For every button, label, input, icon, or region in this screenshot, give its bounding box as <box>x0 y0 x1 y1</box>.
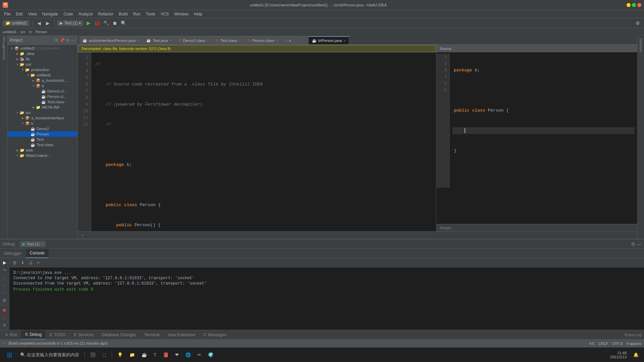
tree-item-meta-inf[interactable]: ▶ 📁 META-INF <box>7 105 77 110</box>
forward-button[interactable]: ▶ <box>44 19 51 27</box>
taskbar-idea[interactable]: 💡 <box>115 351 125 359</box>
taskbar-taskview[interactable]: ⬚ <box>100 351 109 359</box>
taskbar-java[interactable]: ☕ <box>139 351 150 359</box>
menu-vcs[interactable]: VCS <box>158 11 172 17</box>
step-over-icon[interactable]: ↷ <box>1 267 8 273</box>
back-button[interactable]: ◀ <box>35 19 43 27</box>
tree-item-test-class-src[interactable]: ☕ Test.class <box>7 142 77 147</box>
encoding[interactable]: UTF-8 <box>612 342 623 346</box>
mute-breakpoints-icon[interactable]: ○ <box>1 314 8 321</box>
search-everywhere-button[interactable]: 🔍 <box>120 19 127 27</box>
tab-close-test-java[interactable]: × <box>170 39 172 42</box>
console-output[interactable]: D:\java\bin\java.exe ... Connected to th… <box>9 267 644 330</box>
tree-item-root[interactable]: ▼ 📦 untitled1 D:\Users\we'er\... <box>7 46 77 51</box>
taskbar-draw[interactable]: ✏ <box>195 351 204 359</box>
tree-item-person-class[interactable]: ☕ Person.cl... <box>7 94 77 99</box>
tree-item-a-func-src[interactable]: ▶ 📦 a_functionInterface <box>7 115 77 121</box>
menu-window[interactable]: Window <box>171 11 191 17</box>
event-log-btn[interactable]: Event Log <box>622 333 644 337</box>
tree-item-out[interactable]: ▼ 📂 out <box>7 62 77 67</box>
taskbar-explorer[interactable]: 📁 <box>127 351 138 359</box>
menu-build[interactable]: Build <box>116 11 130 17</box>
tab-close-b-person-java[interactable]: × <box>343 39 345 43</box>
debugger-tab-btn[interactable]: Debugger <box>0 249 26 258</box>
right-code-content[interactable]: package b; public class Person { } <box>450 54 637 188</box>
tree-item-src[interactable]: ▼ 📂 src <box>7 110 77 115</box>
tab-demo2-class[interactable]: © Demo2.class × <box>175 36 212 44</box>
debug-session-tab[interactable]: ▶ Test (1) × <box>20 241 46 247</box>
taskbar-app2[interactable]: 📕 <box>160 351 171 359</box>
tree-item-a-func[interactable]: ▶ 📦 a_functionInt... <box>7 78 77 83</box>
tree-item-web[interactable]: ▶ 📁 web <box>7 147 77 153</box>
expand-all-icon[interactable]: ⊞ <box>66 38 69 43</box>
tab-close-test-class[interactable]: × <box>239 39 241 42</box>
debug-tab[interactable]: 5: Debug <box>21 330 46 340</box>
tree-item-test-class-out[interactable]: ☕ Test.class <box>7 99 77 105</box>
menu-code[interactable]: Code <box>61 11 76 17</box>
pin-icon[interactable]: 📌 <box>60 38 65 43</box>
run-button[interactable]: ▶ <box>85 19 92 27</box>
debug-settings-icon[interactable]: ⚙ <box>631 241 635 247</box>
breadcrumb-src[interactable]: src <box>20 30 25 34</box>
step-out-icon[interactable]: ↑ <box>1 282 8 288</box>
tree-item-lib[interactable]: ▶ 📚 lib <box>7 56 77 62</box>
tree-item-test-src[interactable]: ☕ Test <box>7 137 77 142</box>
tree-item-b-src[interactable]: ▼ 📦 b <box>7 121 77 126</box>
step-into-icon[interactable]: ↓ <box>1 275 8 281</box>
menu-run[interactable]: Run <box>130 11 143 17</box>
breadcrumb-person[interactable]: Person <box>35 30 47 34</box>
close-debug-icon[interactable]: ✕ <box>1 322 8 328</box>
stop-button[interactable]: ⏹ <box>111 19 118 27</box>
menu-help[interactable]: Help <box>191 11 205 17</box>
tree-item-demo2-class[interactable]: ☕ Demo2.cl... <box>7 88 77 94</box>
scroll-to-end-icon[interactable]: ⬇ <box>19 259 26 266</box>
resume-icon[interactable]: ▶ <box>1 259 8 266</box>
build-button[interactable]: 🔨 <box>102 19 110 27</box>
taskbar-search[interactable]: 🔍 在这里输入你要搜索的内容 <box>17 351 82 359</box>
project-selector[interactable]: 📁 untitled1 <box>3 20 30 26</box>
breadcrumb-untitled1[interactable]: untitled1 <box>3 30 17 34</box>
tab-person-interface[interactable]: ☕ actionInterface\Person.java × <box>79 36 143 44</box>
caret-position[interactable]: 4:5 <box>589 342 594 346</box>
minimize-button[interactable] <box>627 3 631 7</box>
tab-person-class[interactable]: © Person.class × <box>245 36 282 44</box>
services-tab[interactable]: 8: Services <box>70 330 98 340</box>
menu-refactor[interactable]: Refactor <box>96 11 116 17</box>
run-config-selector[interactable]: ▶ Test (1) ▾ <box>57 20 84 26</box>
editor-right[interactable]: Source 1 2 3 4 5 6 package b; <box>436 45 637 231</box>
left-code-content[interactable]: // // Source code recreated from a .clas… <box>91 48 436 231</box>
editor-left[interactable]: Decompiled .class file, bytecode version… <box>78 45 436 231</box>
stop-debug-icon[interactable]: ⏹ <box>1 307 8 313</box>
debug-minimize-icon[interactable]: — <box>637 241 641 247</box>
menu-navigate[interactable]: Navigate <box>40 11 61 17</box>
tree-item-idea[interactable]: ▶ 📁 .idea <box>7 51 77 56</box>
debug-session-close[interactable]: × <box>41 242 43 246</box>
tab-settings[interactable]: ≡ s <box>282 36 309 44</box>
breadcrumb-b[interactable]: b <box>30 30 32 34</box>
taskbar-browser1[interactable]: 🌐 <box>183 351 194 359</box>
taskbar-app3[interactable]: ❤ <box>172 351 181 359</box>
line-separator[interactable]: CRLF <box>598 342 608 346</box>
tree-item-webcontent[interactable]: ▼ 📂 WebContent... <box>7 153 77 158</box>
tab-close-person-class[interactable]: × <box>276 39 278 42</box>
start-button[interactable]: ⊞ <box>3 349 16 361</box>
tab-test-class[interactable]: © Test.class × <box>213 36 245 44</box>
terminal-tab[interactable]: Terminal <box>140 330 163 340</box>
indent-setting[interactable]: 4 spaces <box>627 342 641 346</box>
messages-tab[interactable]: 0: Messages <box>199 330 230 340</box>
soft-wrap-icon[interactable]: ↩ <box>35 259 42 266</box>
gear-icon[interactable]: ⚙ <box>55 38 58 43</box>
database-icon[interactable]: Database <box>637 36 644 55</box>
evaluate-icon[interactable]: ⊞ <box>1 297 8 303</box>
taskbar-cortana[interactable]: ⬛ <box>88 351 98 359</box>
project-tab[interactable]: Project <box>1 37 7 43</box>
tree-item-demo2-src[interactable]: ☕ Demo2 <box>7 126 77 131</box>
close-button[interactable] <box>637 3 641 7</box>
clear-console-icon[interactable]: 🗑 <box>11 259 18 266</box>
todo-tab[interactable]: 6: TODO <box>46 330 70 340</box>
notification-icon[interactable]: 🔔 <box>631 351 641 359</box>
structure-tab[interactable]: Structure <box>1 50 7 56</box>
tab-test-java[interactable]: ☕ Test.java × <box>143 36 175 44</box>
menu-view[interactable]: View <box>25 11 40 17</box>
run-tab[interactable]: 4: Run <box>1 330 21 340</box>
